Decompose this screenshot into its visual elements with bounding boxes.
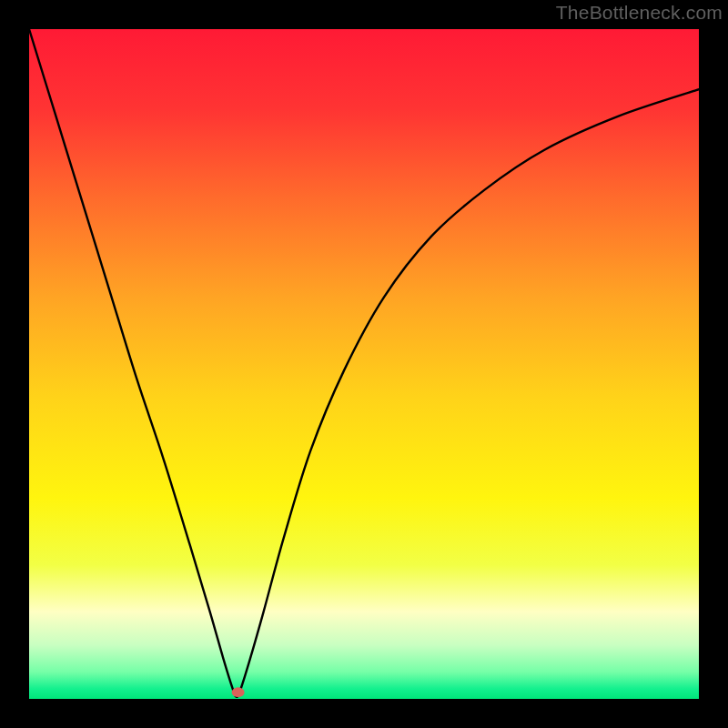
plot-area <box>29 29 699 699</box>
chart-frame: TheBottleneck.com <box>0 0 728 728</box>
optimum-marker <box>232 687 245 697</box>
chart-svg <box>29 29 699 699</box>
watermark-text: TheBottleneck.com <box>556 2 723 24</box>
gradient-background <box>29 29 699 699</box>
